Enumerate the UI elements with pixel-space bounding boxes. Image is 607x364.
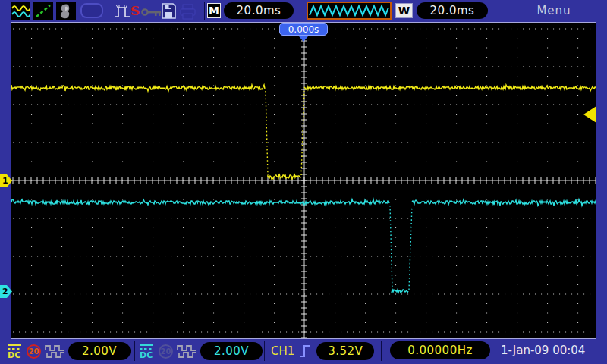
waveform-display bbox=[11, 22, 596, 339]
ch1-status-group: DC 20 2.00V bbox=[6, 342, 131, 360]
statusbar-separator bbox=[264, 341, 265, 361]
statusbar-separator bbox=[381, 341, 382, 361]
window-zone-waveform-icon bbox=[307, 2, 392, 20]
ch2-marker-label: 2 bbox=[2, 287, 8, 297]
window-timebase-readout: 20.0ms bbox=[417, 2, 488, 19]
trigger-position-readout: 0.000s bbox=[279, 23, 328, 36]
ch1-scale-readout: 2.00V bbox=[68, 342, 131, 360]
ch2-dc-coupling-icon: DC bbox=[138, 342, 155, 360]
usb-device-icon bbox=[56, 2, 76, 20]
toolbar-separator bbox=[204, 2, 205, 20]
channels-waveform-icon bbox=[11, 2, 30, 20]
status-box bbox=[80, 3, 103, 18]
svg-text:DC: DC bbox=[8, 350, 20, 360]
ch2-ground-marker[interactable]: 2 bbox=[0, 285, 13, 298]
statusbar-separator bbox=[134, 341, 135, 361]
ch1-dc-coupling-icon: DC bbox=[6, 342, 23, 360]
pulse-mode-icon bbox=[114, 2, 131, 20]
ch2-bandwidth-limit-icon: 20 bbox=[159, 344, 173, 359]
print-icon bbox=[179, 3, 197, 20]
main-timebase-badge: M bbox=[207, 3, 221, 18]
keylock-icon bbox=[141, 6, 162, 16]
ch1-squarewave-icon bbox=[45, 344, 64, 359]
dashed-line-icon bbox=[33, 2, 53, 20]
ch1-ground-marker[interactable]: 1 bbox=[0, 174, 13, 187]
svg-text:DC: DC bbox=[140, 350, 153, 360]
trigger-level-readout: 3.52V bbox=[316, 342, 374, 360]
waveform-traces bbox=[11, 23, 596, 338]
main-timebase-readout: 20.0ms bbox=[224, 2, 294, 19]
ch2-status-group: DC 20 2.00V bbox=[138, 342, 263, 360]
trigger-position-marker-icon[interactable] bbox=[299, 36, 308, 42]
trigger-source-label: CH1 bbox=[271, 344, 294, 358]
datetime-label: 1-Jan-09 00:04 bbox=[501, 344, 585, 357]
save-icon bbox=[161, 3, 176, 19]
ch1-bandwidth-limit-icon: 20 bbox=[27, 344, 41, 359]
window-timebase-badge: W bbox=[395, 3, 413, 18]
frequency-counter-readout: 0.00000Hz bbox=[390, 341, 490, 359]
trigger-status-group: CH1 3.52V bbox=[271, 341, 374, 360]
rising-edge-icon bbox=[299, 342, 312, 359]
ch2-scale-readout: 2.00V bbox=[200, 342, 263, 360]
trigger-level-marker-icon[interactable] bbox=[583, 106, 596, 123]
single-state-indicator: S bbox=[131, 3, 140, 18]
menu-label[interactable]: Menu bbox=[531, 4, 577, 17]
ch1-marker-label: 1 bbox=[2, 176, 8, 186]
ch2-squarewave-icon bbox=[177, 344, 197, 359]
